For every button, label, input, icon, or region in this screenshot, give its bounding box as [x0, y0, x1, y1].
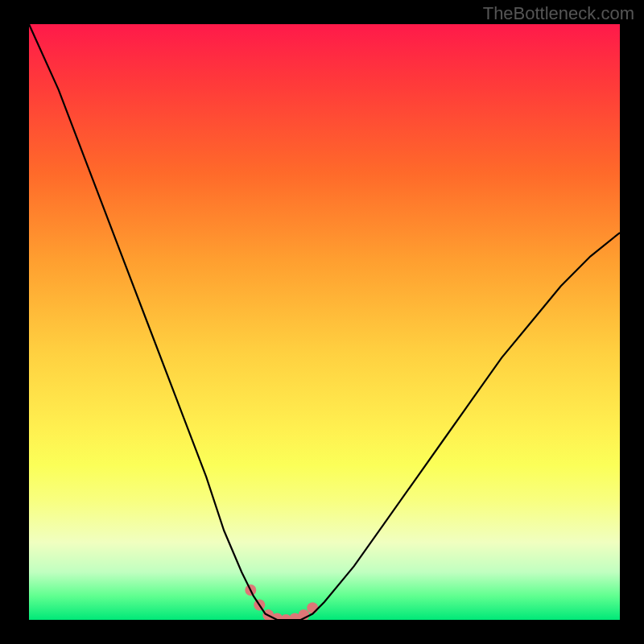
bottom-markers [245, 584, 318, 620]
chart-plot-area [29, 24, 620, 620]
bottleneck-curve [29, 24, 620, 620]
marker-dot [307, 602, 318, 613]
chart-svg [29, 24, 620, 620]
watermark-text: TheBottleneck.com [483, 3, 634, 24]
